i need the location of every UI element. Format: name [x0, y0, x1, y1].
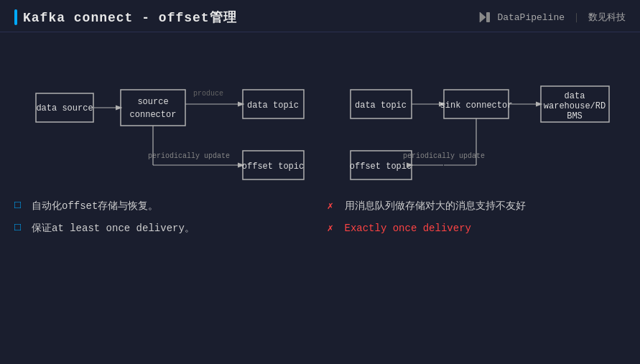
- svg-text:BMS: BMS: [567, 111, 583, 121]
- note-text-3: 用消息队列做存储对大的消息支持不友好: [345, 199, 526, 214]
- slide-title: Kafka connect - offset管理: [23, 9, 237, 26]
- slide: Kafka connect - offset管理 DataPipeline ｜ …: [0, 0, 640, 364]
- note-text-4: Exactly once delivery: [345, 221, 471, 236]
- logo-main: DataPipeline: [497, 12, 565, 23]
- note-left-2: □ 保证at least once delivery。: [14, 221, 313, 236]
- logo-sub: 数见科技: [588, 11, 626, 24]
- svg-text:periodically update: periodically update: [403, 152, 485, 160]
- note-left-1: □ 自动化offset存储与恢复。: [14, 199, 313, 214]
- svg-text:connector: connector: [130, 110, 177, 120]
- title-area: Kafka connect - offset管理: [14, 9, 237, 26]
- svg-text:offset topic: offset topic: [242, 162, 304, 172]
- note-right-1: ✗ 用消息队列做存储对大的消息支持不友好: [328, 199, 626, 214]
- title-text: Kafka connect - offset管理: [23, 11, 237, 25]
- top-bar: Kafka connect - offset管理 DataPipeline ｜ …: [0, 0, 640, 32]
- flow-diagram: data source source connector produce dat…: [14, 39, 626, 190]
- note-text-1: 自动化offset存储与恢复。: [32, 199, 158, 214]
- logo-divider: ｜: [572, 11, 581, 24]
- svg-text:data: data: [565, 91, 585, 101]
- check-icon-2: □: [14, 222, 26, 233]
- svg-marker-0: [480, 12, 486, 22]
- notes-left: □ 自动化offset存储与恢复。 □ 保证at least once deli…: [14, 199, 313, 236]
- note-text-2: 保证at least once delivery。: [32, 221, 195, 236]
- main-content: data source source connector produce dat…: [0, 32, 640, 243]
- check-icon-1: □: [14, 200, 26, 211]
- svg-text:warehouse/RD: warehouse/RD: [544, 101, 606, 111]
- svg-text:data topic: data topic: [355, 101, 407, 111]
- svg-text:sink connector: sink connector: [440, 101, 513, 111]
- source-connector-box: [121, 90, 185, 126]
- svg-text:periodically update: periodically update: [148, 152, 230, 160]
- svg-text:data source: data source: [36, 103, 93, 113]
- cross-icon-1: ✗: [328, 200, 339, 211]
- note-right-2: ✗ Exactly once delivery: [328, 221, 626, 236]
- datapipeline-logo-icon: [477, 9, 493, 25]
- title-accent: [14, 9, 17, 25]
- svg-text:data topic: data topic: [247, 101, 299, 111]
- svg-text:source: source: [137, 97, 168, 107]
- cross-icon-2: ✗: [328, 222, 339, 233]
- notes-right: ✗ 用消息队列做存储对大的消息支持不友好 ✗ Exactly once deli…: [328, 199, 626, 236]
- svg-rect-1: [486, 12, 490, 22]
- svg-text:produce: produce: [193, 90, 223, 98]
- svg-text:offset topic: offset topic: [350, 162, 412, 172]
- notes-area: □ 自动化offset存储与恢复。 □ 保证at least once deli…: [14, 199, 626, 236]
- logo-area: DataPipeline ｜ 数见科技: [477, 9, 626, 25]
